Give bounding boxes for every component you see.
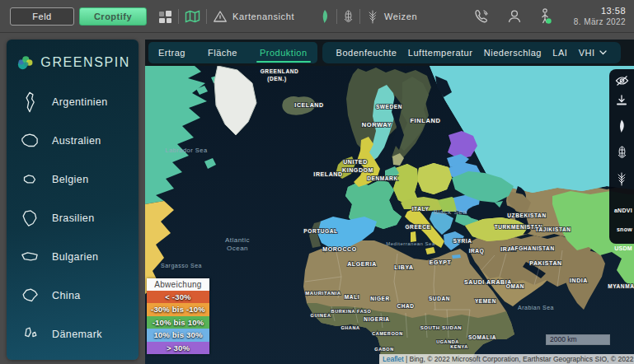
tab-ertrag[interactable]: Ertrag bbox=[158, 48, 186, 58]
belgien-outline-icon bbox=[19, 169, 40, 190]
map-label-tajikistan: TAJIKISTAN bbox=[535, 226, 571, 232]
tab-label: Produktion bbox=[260, 48, 308, 58]
brand-name: GREENSPIN bbox=[40, 55, 130, 70]
tab-produktion[interactable]: Produktion bbox=[260, 48, 308, 58]
kartenansicht-label: Kartenansicht bbox=[232, 12, 294, 21]
map-label-yemen: YEMEN bbox=[475, 298, 496, 304]
clock: 13:58 8. März 2022 bbox=[574, 6, 626, 27]
sidebar-item-label: Dänemark bbox=[52, 329, 102, 340]
legend-row: 10% bis 30% bbox=[147, 329, 209, 341]
map-attribution: Leaflet | Bing, © 2022 Microsoft Corpora… bbox=[379, 354, 634, 364]
map-label-gabon: GABON bbox=[374, 347, 393, 352]
layer-label-andvi[interactable]: aNDVI bbox=[614, 208, 634, 213]
map-label-united: UNITED bbox=[343, 159, 368, 165]
sea-label-black-sea: Black Sea bbox=[434, 208, 467, 216]
map-label-denmark: DENMARK bbox=[367, 175, 397, 181]
divider bbox=[359, 9, 360, 24]
sidebar-item-label: Belgien bbox=[52, 174, 89, 185]
tab-bodenfeuchte[interactable]: Bodenfeuchte bbox=[336, 48, 397, 58]
tab-label: Fläche bbox=[208, 48, 237, 58]
map-label-cameroon: CAMEROON bbox=[372, 331, 403, 336]
layer-label-usdm[interactable]: USDM bbox=[614, 245, 634, 251]
feld-toggle-button[interactable]: Feld bbox=[10, 7, 74, 26]
rapeseed-layer-icon[interactable] bbox=[617, 119, 627, 137]
map-label-mali: MALI bbox=[345, 294, 359, 300]
tab-lai[interactable]: LAI bbox=[552, 48, 567, 58]
legend-title: Abweichung bbox=[147, 278, 209, 291]
map-label-nigeria: NIGERIA bbox=[364, 316, 389, 322]
map-label-uzbekistan: UZBEKISTAN bbox=[507, 212, 546, 218]
sidebar-item-belgien[interactable]: Belgien bbox=[7, 160, 139, 198]
china-outline-icon bbox=[19, 285, 40, 306]
map-label-greece: GREECE bbox=[405, 224, 430, 230]
sidebar-item-australien[interactable]: Australien bbox=[7, 121, 139, 160]
map-label-algeria: ALGERIA bbox=[347, 261, 377, 267]
deviation-legend: Abweichung < -30%-30% bis -10%-10% bis 1… bbox=[147, 278, 209, 354]
sidebar-item-china[interactable]: China bbox=[7, 276, 139, 315]
tab-niederschlag[interactable]: Niederschlag bbox=[484, 48, 542, 58]
map-label-iceland: ICELAND bbox=[294, 102, 323, 108]
visibility-toggle-icon[interactable] bbox=[615, 75, 629, 90]
tab-group-secondary: BodenfeuchteLufttemperaturNiederschlagLA… bbox=[322, 42, 621, 63]
rapeseed-icon[interactable] bbox=[319, 9, 331, 24]
map-label-south-sudan: SOUTH SUDAN bbox=[420, 325, 463, 330]
country-list: ArgentinienAustralienBelgienBrasilienBul… bbox=[7, 82, 139, 360]
tab-fläche[interactable]: Fläche bbox=[208, 48, 237, 58]
greenspin-app: { "topbar": { "feld_label": "Feld", "cro… bbox=[0, 0, 634, 364]
map-area: GREENLAND(DEN.)ICELANDNORWAYSWEDENFINLAN… bbox=[145, 66, 634, 364]
map-label-kingdom: KINGDOM bbox=[342, 167, 373, 173]
sidebar-item-argentinien[interactable]: Argentinien bbox=[7, 82, 139, 121]
warning-triangle-icon[interactable] bbox=[213, 10, 228, 23]
divider bbox=[178, 9, 179, 24]
sidebar-item-deutschland[interactable]: Deutschland bbox=[7, 353, 139, 360]
tab-lufttemperatur[interactable]: Lufttemperatur bbox=[408, 48, 473, 58]
sidebar-item-brasilien[interactable]: Brasilien bbox=[7, 198, 139, 237]
sidebar-item-label: Brasilien bbox=[52, 212, 95, 224]
map-label-pakistan: PAKISTAN bbox=[529, 260, 562, 266]
user-status-online-icon[interactable] bbox=[539, 7, 552, 26]
corn-icon[interactable] bbox=[343, 9, 354, 24]
croptify-toggle-button[interactable]: Croptify bbox=[79, 7, 147, 26]
download-icon[interactable] bbox=[616, 95, 627, 110]
australien-outline-icon bbox=[19, 130, 40, 152]
map-label-niger: NIGER bbox=[370, 296, 390, 301]
sea-label-labrador-sea: Labrador Sea bbox=[165, 147, 208, 154]
time-label: 13:58 bbox=[574, 6, 626, 17]
map-label-italy: ITALY bbox=[412, 206, 430, 212]
map-label-syria: SYRIA bbox=[453, 238, 472, 244]
sidebar-item-label: Bulgarien bbox=[52, 251, 98, 263]
map-label-morocco: MOROCCO bbox=[322, 246, 357, 252]
tab-vhi[interactable]: VHI bbox=[579, 48, 607, 58]
sea-label-sargasso-sea: Sargasso Sea bbox=[161, 263, 202, 269]
user-icon[interactable] bbox=[506, 8, 523, 25]
legend-row: -30% bis -10% bbox=[147, 303, 209, 315]
layer-label-snow[interactable]: snow bbox=[617, 226, 634, 232]
sidebar-item-dänemark[interactable]: Dänemark bbox=[7, 315, 139, 353]
legend-row: > 30% bbox=[147, 342, 209, 354]
leaflet-link[interactable]: Leaflet bbox=[383, 355, 404, 363]
sidebar-item-bulgarien[interactable]: Bulgarien bbox=[7, 237, 139, 276]
date-label: 8. März 2022 bbox=[574, 17, 626, 28]
brand-header: GREENSPIN bbox=[7, 40, 139, 82]
apps-grid-icon[interactable] bbox=[158, 10, 172, 24]
sidebar-item-label: Argentinien bbox=[52, 96, 108, 108]
metric-tabstrip: ErtragFlächeProduktion BodenfeuchteLuftt… bbox=[145, 40, 634, 66]
map-label-norway: NORWAY bbox=[362, 121, 392, 128]
wheat-icon[interactable] bbox=[366, 9, 379, 24]
map-label-somalia: SOMALIA bbox=[468, 334, 496, 340]
map-label-portugal: PORTUGAL bbox=[303, 228, 337, 234]
map-scale-bar: 2000 km bbox=[546, 334, 610, 345]
greenspin-logo-icon bbox=[16, 49, 34, 76]
wheat-layer-icon[interactable] bbox=[615, 171, 628, 189]
sidebar-item-label: China bbox=[52, 290, 81, 301]
map-label-sweden: SWEDEN bbox=[376, 104, 402, 110]
map-label--den-: (DEN.) bbox=[267, 76, 286, 82]
world-map[interactable]: GREENLAND(DEN.)ICELANDNORWAYSWEDENFINLAN… bbox=[145, 66, 634, 364]
phone-icon[interactable] bbox=[473, 8, 490, 25]
tab-label: LAI bbox=[552, 48, 567, 58]
brasilien-outline-icon bbox=[19, 208, 40, 229]
map-view-icon[interactable] bbox=[185, 10, 200, 23]
map-label-india: INDIA bbox=[570, 278, 588, 283]
map-label-iraq: IRAQ bbox=[469, 248, 485, 254]
corn-layer-icon[interactable] bbox=[617, 145, 627, 163]
